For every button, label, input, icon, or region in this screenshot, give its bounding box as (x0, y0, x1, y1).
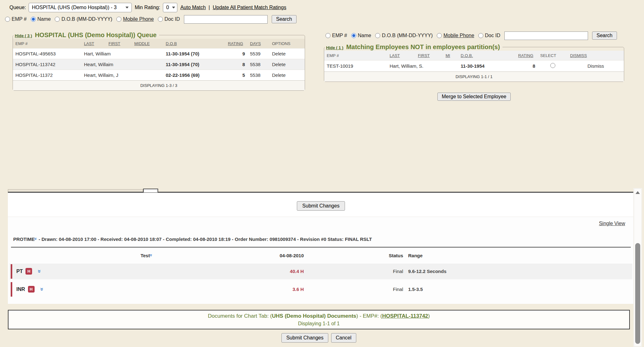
radio-option-emp[interactable]: EMP # (325, 33, 347, 38)
documents-title-line: Documents for Chart Tab: (UHS (Demo Hosp… (8, 313, 629, 319)
match-hide-link[interactable]: Hide ( 1 ) (326, 45, 343, 50)
queue-row-emp: HOSPITAL-113742 (13, 59, 81, 70)
queue-col-first[interactable]: FIRST (106, 39, 132, 48)
documents-prefix: Documents for Chart Tab: ( (208, 313, 272, 319)
queue-col-emp: EMP # (13, 39, 81, 48)
double-chevron-down-icon[interactable] (149, 254, 153, 256)
radio-option-name[interactable]: Name (31, 16, 51, 22)
radio-emp-label: EMP # (332, 33, 347, 38)
queue-row-days: 5538 (247, 59, 269, 70)
dismiss-link[interactable]: Dismiss (568, 60, 624, 72)
radio-mobile-icon[interactable] (437, 33, 442, 38)
match-col-first[interactable]: FIRST (415, 51, 443, 60)
high-flag-badge: H (28, 286, 35, 293)
radio-doc-icon[interactable] (478, 33, 483, 38)
select-employee-radio[interactable] (550, 63, 555, 68)
submit-changes-bottom-button[interactable]: Submit Changes (281, 333, 328, 343)
match-search-button[interactable]: Search (592, 31, 617, 40)
abnormal-indicator-bar (11, 264, 12, 279)
queue-search-input[interactable] (184, 15, 268, 24)
radio-doc-icon[interactable] (158, 17, 163, 22)
queue-col-rating[interactable]: RATING (222, 39, 247, 48)
queue-hide-link[interactable]: Hide ( 3 ) (15, 33, 32, 38)
radio-option-mobile[interactable]: Mobile Phone (437, 33, 474, 38)
queue-col-dob[interactable]: D.O.B (163, 39, 222, 48)
radio-dob-icon[interactable] (375, 33, 380, 38)
queue-search-button[interactable]: Search (272, 15, 297, 23)
chevron-down-icon (172, 7, 175, 9)
result-row-inr: INR H 3.6 H Final 1.5-3.5 (9, 282, 632, 297)
horizontal-scrollbar[interactable] (8, 189, 143, 192)
min-rating-select[interactable]: 0 (163, 3, 177, 12)
queue-col-days[interactable]: DAYS (247, 39, 269, 48)
submit-changes-top-button[interactable]: Submit Changes (297, 201, 345, 211)
queue-panel: Hide ( 3 ) HOSPITAL (UHS (Demo Hospital)… (13, 31, 305, 91)
double-chevron-down-icon[interactable] (34, 237, 38, 240)
match-search-input[interactable] (504, 31, 588, 40)
queue-row-dob: 11-30-1954 (70) (163, 48, 222, 59)
min-rating-label: Min Rating: (135, 5, 160, 10)
match-col-emp: EMP # (324, 51, 387, 60)
queue-row-dob: 11-30-1954 (70) (163, 59, 222, 70)
single-view-link[interactable]: Single View (599, 221, 625, 226)
documents-emp-link[interactable]: HOSPITAL-113742 (382, 313, 428, 319)
scrollbar-thumb[interactable] (635, 243, 640, 344)
match-col-dismiss[interactable]: DISMISS (568, 51, 624, 60)
radio-dob-label: D.O.B (MM-DD-YYYY) (382, 33, 433, 38)
match-col-dob[interactable]: D.O.B. (458, 51, 513, 60)
link-separator: | (208, 5, 210, 10)
queue-col-last[interactable]: LAST (81, 39, 106, 48)
delete-link[interactable]: Delete (269, 48, 305, 59)
test-name: PT (16, 269, 23, 274)
table-row: HOSPITAL-113742 Heart, Willaim 11-30-195… (13, 59, 305, 70)
radio-dob-icon[interactable] (55, 17, 60, 22)
match-col-rating[interactable]: RATING (513, 51, 538, 60)
queue-row-name: Heart, Willaim (81, 59, 163, 70)
queue-row-emp: HOSPITAL-495653 (13, 48, 81, 59)
chevron-down-icon (125, 7, 129, 9)
radio-doc-label: Doc ID (485, 33, 500, 38)
queue-select-value: HOSPITAL (UHS (Demo Hospital)) - 3 (32, 5, 116, 10)
delete-link[interactable]: Delete (269, 59, 305, 70)
radio-emp-icon[interactable] (5, 17, 10, 22)
match-col-last[interactable]: LAST (387, 51, 415, 60)
merge-to-selected-button[interactable]: Merge to Selected Employee (437, 93, 511, 101)
match-table: EMP # LAST FIRST MI D.O.B. RATING SELECT… (324, 51, 624, 82)
radio-option-mobile[interactable]: Mobile Phone (116, 16, 154, 22)
update-ratings-link[interactable]: Update All Patient Match Ratings (213, 5, 286, 10)
delete-link[interactable]: Delete (269, 70, 305, 81)
match-panel-legend: Hide ( 1 ) Matching Employees NOT in emp… (325, 43, 502, 51)
scroll-up-arrow-icon[interactable] (636, 191, 640, 194)
double-chevron-down-icon[interactable] (37, 270, 43, 273)
documents-suffix: ) (428, 313, 430, 319)
radio-option-dob[interactable]: D.O.B (MM-DD-YYYY) (375, 33, 433, 38)
results-col-test[interactable]: Test (115, 253, 178, 258)
radio-name-icon[interactable] (351, 33, 356, 38)
double-chevron-down-icon[interactable] (39, 287, 45, 291)
queue-row-name: Hart, William (81, 48, 163, 59)
queue-col-middle[interactable]: MIDDLE (132, 39, 163, 48)
queue-row-dob: 02-22-1956 (69) (163, 70, 222, 81)
radio-emp-icon[interactable] (325, 33, 330, 38)
match-row-rating: 8 (513, 60, 538, 72)
result-value: 40.4 H (225, 269, 304, 274)
order-title: PROTIME (13, 236, 35, 242)
radio-name-label: Name (358, 33, 371, 38)
radio-option-doc[interactable]: Doc ID (478, 33, 500, 38)
queue-select[interactable]: HOSPITAL (UHS (Demo Hospital)) - 3 (29, 3, 132, 12)
radio-option-dob[interactable]: D.O.B (MM-DD-YYYY) (55, 16, 112, 22)
cancel-button[interactable]: Cancel (331, 333, 356, 343)
documents-panel: Documents for Chart Tab: (UHS (Demo Hosp… (8, 310, 630, 329)
radio-name-icon[interactable] (31, 17, 36, 22)
auto-match-link[interactable]: Auto Match (180, 5, 206, 10)
radio-option-doc[interactable]: Doc ID (158, 16, 180, 22)
radio-option-emp[interactable]: EMP # (5, 16, 27, 22)
queue-toolbar: Queue: HOSPITAL (UHS (Demo Hospital)) - … (9, 3, 286, 13)
radio-option-name[interactable]: Name (351, 33, 371, 38)
match-row-name: Hart, William, S. (387, 60, 458, 72)
queue-row-days: 5539 (247, 48, 269, 59)
vertical-scrollbar[interactable] (633, 188, 642, 347)
match-col-mi[interactable]: MI (443, 51, 458, 60)
radio-mobile-icon[interactable] (116, 17, 121, 22)
table-row: TEST-10019 Hart, William, S. 11-30-1954 … (324, 60, 624, 72)
